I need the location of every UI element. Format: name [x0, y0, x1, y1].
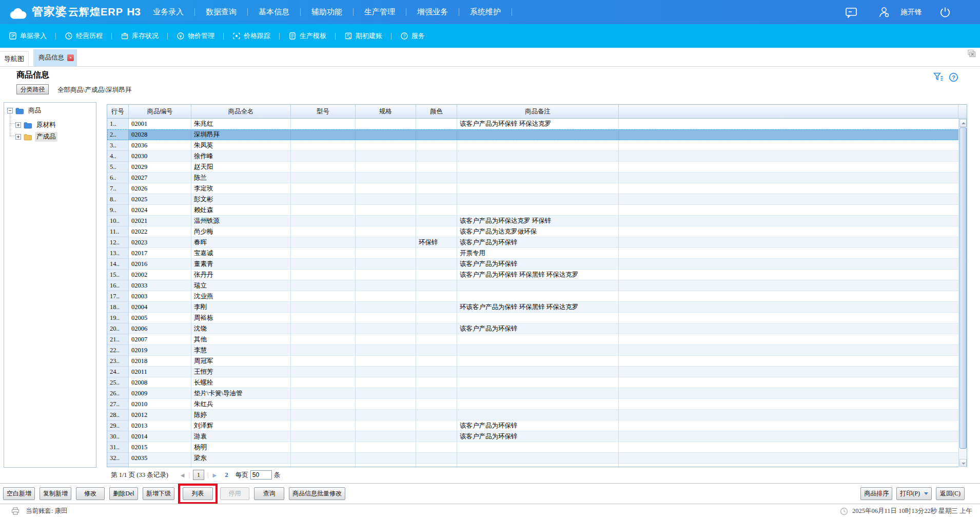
cell-product-name[interactable]: 瑞立 [191, 280, 291, 291]
cell-row-no[interactable]: 28.. [107, 410, 129, 420]
cell-extra[interactable] [619, 367, 967, 377]
table-row[interactable]: 7.. 02026 李定玫 [107, 183, 967, 194]
cell-product-name[interactable]: 沈业燕 [191, 291, 291, 302]
cell-product-code[interactable]: 02016 [129, 259, 191, 270]
cell-product-name[interactable]: 深圳昂拜 [191, 129, 291, 140]
cell-spec[interactable] [356, 162, 416, 173]
disable-button[interactable]: 停用 [220, 487, 249, 500]
logout-power-icon[interactable] [939, 6, 951, 18]
table-row[interactable]: 21.. 02007 其他 [107, 334, 967, 345]
cell-row-no[interactable]: 13.. [107, 248, 129, 259]
cell-product-code[interactable]: 02001 [129, 119, 191, 129]
copy-add-button[interactable]: 复制新增 [40, 487, 71, 500]
prev-page-icon[interactable]: ◀ [178, 472, 188, 478]
cell-color[interactable] [416, 226, 457, 237]
cell-product-name[interactable]: 陈婷 [191, 410, 291, 420]
cell-row-no[interactable]: 10.. [107, 216, 129, 226]
cell-color[interactable] [416, 334, 457, 345]
delete-button[interactable]: 删除Del [109, 487, 138, 500]
cell-extra[interactable] [619, 420, 967, 431]
table-row[interactable]: 10.. 02021 温州铁源 该客户产品为环保达克罗 环保锌 [107, 216, 967, 226]
cell-note[interactable] [457, 205, 619, 216]
cell-color[interactable] [416, 431, 457, 442]
menu-enhanced-business[interactable]: 增强业务 [406, 7, 459, 17]
cell-extra[interactable] [619, 388, 967, 399]
cell-spec[interactable] [356, 237, 416, 248]
cell-spec[interactable] [356, 323, 416, 334]
cell-row-no[interactable]: 15.. [107, 270, 129, 280]
cell-color[interactable] [416, 173, 457, 183]
table-row[interactable]: 28.. 02012 陈婷 [107, 410, 967, 420]
tree-node-products[interactable]: 商品 [7, 106, 43, 116]
cell-color[interactable] [416, 205, 457, 216]
cell-row-no[interactable]: 7.. [107, 183, 129, 194]
table-row[interactable]: 26.. 02009 垫片\卡簧\导油管 [107, 388, 967, 399]
cell-product-code[interactable]: 02036 [129, 140, 191, 151]
scrollbar-thumb[interactable] [959, 127, 967, 449]
tree-node-finished-products[interactable]: 产成品 [15, 132, 57, 142]
cell-product-name[interactable]: 陈兰 [191, 173, 291, 183]
cell-model[interactable] [291, 302, 356, 313]
cell-note[interactable] [457, 173, 619, 183]
cell-extra[interactable] [619, 205, 967, 216]
cell-model[interactable] [291, 377, 356, 388]
toolbar-service[interactable]: ? 服务 [391, 31, 434, 41]
cell-product-code[interactable]: 02035 [129, 453, 191, 464]
tree-node-raw-materials[interactable]: 原材料 [15, 120, 57, 130]
cell-note[interactable] [457, 280, 619, 291]
cell-model[interactable] [291, 151, 356, 162]
cell-color[interactable] [416, 129, 457, 140]
cell-model[interactable] [291, 119, 356, 129]
cell-spec[interactable] [356, 183, 416, 194]
cell-product-name[interactable]: 宝嘉诚 [191, 248, 291, 259]
cell-color[interactable] [416, 388, 457, 399]
cell-row-no[interactable]: 30.. [107, 431, 129, 442]
cell-note[interactable]: 该客户产品为环保锌 [457, 323, 619, 334]
cell-product-code[interactable]: 02007 [129, 334, 191, 345]
refresh-icon[interactable]: 2 [225, 471, 228, 479]
cell-extra[interactable] [619, 259, 967, 270]
cell-note[interactable] [457, 377, 619, 388]
help-icon[interactable]: ? [949, 72, 958, 84]
cell-model[interactable] [291, 248, 356, 259]
toolbar-voucher-entry[interactable]: 单据录入 [0, 31, 55, 41]
cell-row-no[interactable]: 25.. [107, 377, 129, 388]
list-button[interactable]: 列表 [183, 487, 213, 500]
cell-spec[interactable] [356, 140, 416, 151]
cell-row-no[interactable]: 26.. [107, 388, 129, 399]
table-row[interactable]: 14.. 02016 董素青 该客户产品为环保锌 [107, 259, 967, 270]
cell-product-code[interactable]: 02028 [129, 129, 191, 140]
cell-color[interactable] [416, 399, 457, 410]
cell-color[interactable] [416, 356, 457, 367]
table-row[interactable]: 5.. 02029 赵天阳 [107, 162, 967, 173]
cell-row-no[interactable] [107, 464, 129, 467]
toolbar-production-template[interactable]: 生产模板 [280, 31, 335, 41]
cell-note[interactable]: 该客户产品为环保锌 [457, 420, 619, 431]
cell-model[interactable] [291, 237, 356, 248]
table-row[interactable]: 31.. 02015 杨明 [107, 442, 967, 453]
cell-product-code[interactable]: 02010 [129, 399, 191, 410]
table-row[interactable]: 27.. 02010 朱红兵 [107, 399, 967, 410]
cell-color[interactable] [416, 377, 457, 388]
cell-note[interactable] [457, 194, 619, 205]
cell-color[interactable] [416, 280, 457, 291]
cell-color[interactable] [416, 323, 457, 334]
cell-spec[interactable] [356, 420, 416, 431]
col-note[interactable]: 商品备注 [457, 105, 619, 119]
cell-product-code[interactable]: 02002 [129, 270, 191, 280]
table-row[interactable]: 16.. 02033 瑞立 [107, 280, 967, 291]
cell-note[interactable]: 该客户产品为环保锌 环保达克罗 [457, 119, 619, 129]
cell-spec[interactable] [356, 194, 416, 205]
cell-note[interactable] [457, 334, 619, 345]
cell-spec[interactable] [356, 173, 416, 183]
cell-model[interactable] [291, 399, 356, 410]
table-row[interactable]: 19.. 02005 周裕栋 [107, 313, 967, 323]
table-row[interactable]: 29.. 02013 刘泽辉 该客户产品为环保锌 [107, 420, 967, 431]
table-row[interactable]: 13.. 02017 宝嘉诚 开票专用 [107, 248, 967, 259]
cell-product-name[interactable]: 董素青 [191, 259, 291, 270]
cell-product-name[interactable]: 温州铁源 [191, 216, 291, 226]
cell-extra[interactable] [619, 162, 967, 173]
cell-product-name[interactable]: 春晖 [191, 237, 291, 248]
cell-color[interactable] [416, 248, 457, 259]
cell-spec[interactable] [356, 399, 416, 410]
